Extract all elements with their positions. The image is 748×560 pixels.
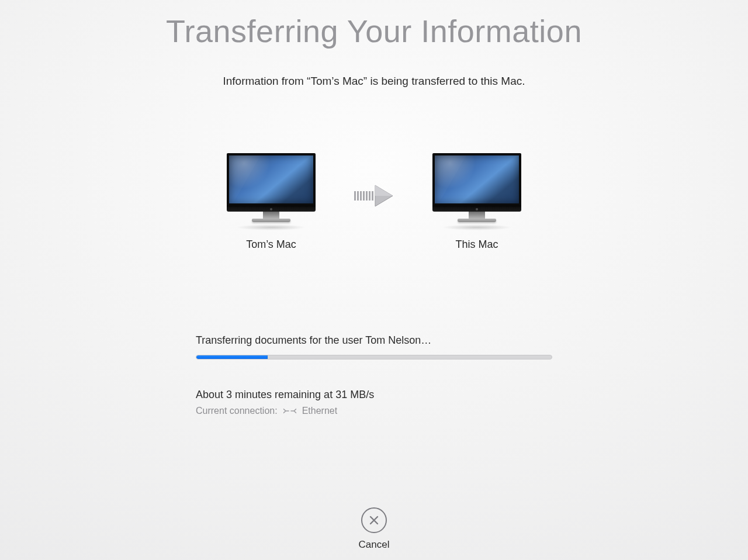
source-device-label: Tom’s Mac (246, 238, 296, 251)
cancel-area: Cancel (0, 507, 748, 551)
svg-rect-6 (372, 191, 373, 201)
close-icon (368, 514, 380, 526)
source-device: Tom’s Mac (207, 153, 335, 251)
svg-rect-2 (360, 191, 362, 201)
source-monitor-icon (227, 153, 316, 230)
ethernet-icon (283, 407, 296, 415)
svg-rect-5 (369, 191, 370, 201)
progress-section: Transferring documents for the user Tom … (196, 334, 552, 416)
svg-rect-1 (357, 191, 359, 201)
device-row: Tom’s Mac (0, 153, 748, 251)
progress-eta-text: About 3 minutes remaining at 31 MB/s (196, 389, 552, 401)
destination-device-label: This Mac (455, 238, 498, 251)
progress-bar (196, 355, 552, 359)
destination-device: This Mac (413, 153, 541, 251)
svg-rect-3 (363, 191, 365, 201)
page-title: Transferring Your Information (0, 13, 748, 49)
migration-transfer-screen: Transferring Your Information Informatio… (0, 0, 748, 560)
cancel-label: Cancel (359, 539, 390, 551)
progress-bar-fill (196, 355, 268, 359)
cancel-button[interactable] (361, 507, 387, 533)
page-subtitle: Information from “Tom’s Mac” is being tr… (0, 75, 748, 88)
connection-label: Current connection: (196, 406, 278, 416)
destination-monitor-icon (432, 153, 521, 230)
connection-type: Ethernet (302, 406, 337, 416)
transfer-arrow-icon (354, 184, 394, 208)
svg-rect-0 (354, 191, 356, 201)
svg-rect-4 (366, 191, 368, 201)
connection-line: Current connection: Ethernet (196, 406, 552, 416)
progress-status-text: Transferring documents for the user Tom … (196, 334, 552, 347)
